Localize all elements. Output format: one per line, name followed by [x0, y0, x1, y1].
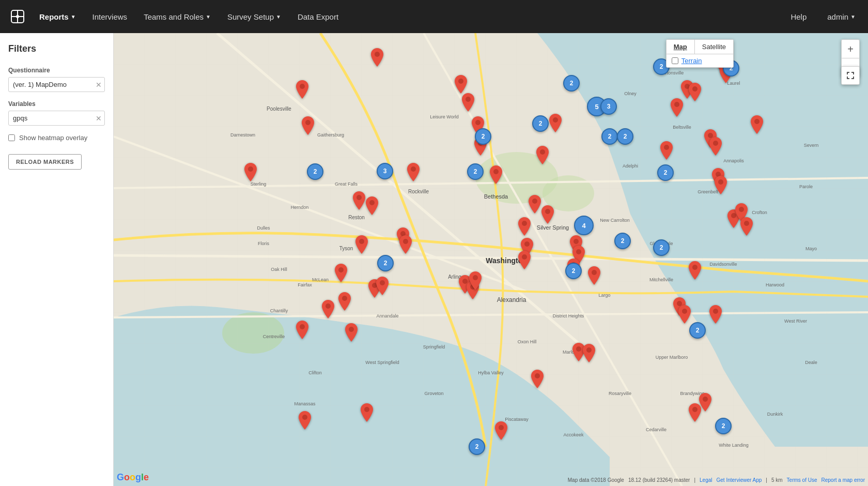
red-marker[interactable] — [322, 300, 334, 320]
cluster-marker[interactable]: 3 — [377, 163, 393, 179]
cluster-marker[interactable]: 2 — [469, 438, 485, 455]
terms-link[interactable]: Terms of Use — [787, 477, 817, 483]
reload-markers-button[interactable]: RELOAD MARKERS — [8, 154, 82, 170]
red-marker[interactable] — [709, 305, 722, 325]
questionnaire-clear-button[interactable]: ✕ — [96, 81, 102, 88]
map-attribution: Google — [117, 472, 149, 483]
red-marker[interactable] — [536, 146, 549, 166]
map-background: Washington Alexandria Bethesda Silver Sp… — [114, 33, 868, 486]
cluster-marker[interactable]: 2 — [377, 255, 394, 271]
svg-point-103 — [300, 324, 305, 329]
terrain-checkbox[interactable] — [672, 57, 678, 64]
variables-clear-button[interactable]: ✕ — [96, 115, 102, 122]
cluster-marker[interactable]: 2 — [532, 115, 549, 132]
red-marker[interactable] — [689, 261, 701, 281]
nav-survey-setup[interactable]: Survey Setup ▼ — [219, 0, 289, 33]
cluster-marker[interactable]: 3 — [600, 98, 617, 115]
cluster-marker[interactable]: 2 — [307, 163, 323, 180]
red-marker[interactable] — [296, 80, 308, 100]
zoom-in-button[interactable]: + — [841, 39, 860, 58]
get-interviewer-link[interactable]: Get Interviewer App — [717, 477, 762, 483]
questionnaire-input-wrap: ✕ — [8, 77, 105, 92]
cluster-marker[interactable]: 2 — [689, 322, 706, 339]
nav-data-export[interactable]: Data Export — [289, 0, 347, 33]
red-marker[interactable] — [361, 403, 373, 423]
cluster-marker[interactable]: 2 — [467, 163, 484, 180]
heatmap-checkbox[interactable] — [8, 134, 15, 141]
map-type-satellite-button[interactable]: Satellite — [695, 40, 733, 54]
questionnaire-filter: Questionnaire ✕ — [8, 67, 105, 92]
nav-interviews[interactable]: Interviews — [84, 0, 136, 33]
cluster-marker[interactable]: 2 — [563, 75, 580, 92]
legal-link[interactable]: Legal — [700, 477, 712, 483]
red-marker[interactable] — [244, 163, 257, 183]
red-marker[interactable] — [751, 115, 763, 135]
terrain-row[interactable]: Terrain — [667, 54, 733, 67]
red-marker[interactable] — [529, 195, 541, 215]
cluster-marker[interactable]: 2 — [657, 164, 674, 181]
red-marker[interactable] — [660, 141, 673, 161]
nav-teams[interactable]: Teams and Roles ▼ — [135, 0, 219, 33]
svg-point-89 — [592, 270, 597, 275]
red-marker[interactable] — [689, 403, 701, 423]
svg-text:Upper Marlboro: Upper Marlboro — [656, 355, 688, 360]
red-marker[interactable] — [296, 321, 308, 341]
survey-arrow-icon: ▼ — [276, 14, 281, 20]
cluster-marker[interactable]: 2 — [614, 233, 631, 249]
red-marker[interactable] — [455, 75, 467, 95]
questionnaire-input[interactable] — [8, 77, 105, 92]
variables-input[interactable] — [8, 111, 105, 126]
red-marker[interactable] — [469, 271, 482, 292]
svg-text:Deale: Deale — [805, 360, 817, 365]
red-marker[interactable] — [353, 191, 365, 211]
red-marker[interactable] — [366, 196, 378, 217]
red-marker[interactable] — [709, 137, 722, 157]
cluster-marker[interactable]: 2 — [653, 239, 670, 256]
cluster-marker[interactable]: 2 — [475, 128, 491, 145]
red-marker[interactable] — [518, 251, 531, 271]
red-marker[interactable] — [376, 277, 389, 297]
svg-text:Adelphi: Adelphi — [623, 163, 638, 169]
map-type-map-button[interactable]: Map — [667, 40, 695, 54]
red-marker[interactable] — [399, 235, 412, 255]
red-marker[interactable] — [583, 344, 595, 364]
nav-admin[interactable]: admin ▼ — [823, 0, 860, 33]
nav-help[interactable]: Help — [786, 0, 811, 33]
red-marker[interactable] — [462, 93, 474, 113]
svg-text:Rockville: Rockville — [408, 189, 429, 194]
red-marker[interactable] — [689, 83, 701, 103]
red-marker[interactable] — [588, 266, 600, 286]
red-marker[interactable] — [302, 116, 314, 136]
cluster-marker[interactable]: 2 — [565, 263, 582, 279]
red-marker[interactable] — [355, 235, 368, 255]
admin-arrow-icon: ▼ — [850, 14, 856, 20]
red-marker[interactable] — [299, 411, 311, 431]
svg-point-126 — [664, 145, 669, 150]
variables-input-wrap: ✕ — [8, 111, 105, 126]
red-marker[interactable] — [671, 98, 683, 118]
cluster-marker[interactable]: 2 — [715, 418, 732, 434]
red-marker[interactable] — [549, 114, 562, 134]
svg-text:Largo: Largo — [598, 293, 610, 298]
red-marker[interactable] — [371, 48, 383, 68]
report-error-link[interactable]: Report a map error — [822, 477, 865, 483]
cluster-marker[interactable]: 4 — [574, 216, 594, 235]
red-marker[interactable] — [715, 176, 727, 196]
svg-text:Dunkirk: Dunkirk — [767, 412, 783, 417]
nav-reports[interactable]: Reports ▼ — [31, 0, 84, 33]
cluster-marker[interactable]: 2 — [617, 128, 633, 145]
red-marker[interactable] — [345, 323, 358, 343]
red-marker[interactable] — [495, 421, 507, 442]
cluster-marker[interactable]: 2 — [601, 128, 618, 145]
red-marker[interactable] — [335, 264, 347, 284]
red-marker[interactable] — [407, 163, 420, 183]
red-marker[interactable] — [490, 165, 502, 186]
svg-text:Piscataway: Piscataway — [505, 417, 529, 422]
red-marker[interactable] — [338, 292, 351, 312]
red-marker[interactable] — [531, 370, 544, 390]
fullscreen-button[interactable] — [841, 66, 860, 85]
red-marker[interactable] — [740, 217, 753, 237]
red-marker[interactable] — [541, 205, 554, 225]
red-marker[interactable] — [518, 217, 531, 237]
heatmap-checkbox-row[interactable]: Show heatmap overlay — [8, 134, 105, 142]
